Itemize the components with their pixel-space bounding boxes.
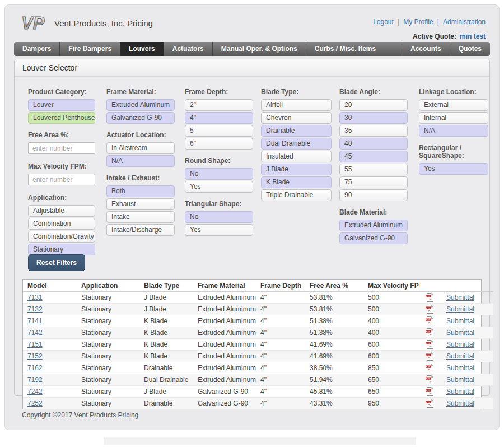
cell-free-area: 45.81% <box>305 386 363 398</box>
filter-option-90[interactable]: 90 <box>339 189 408 201</box>
nav-tab-accounts[interactable]: Accounts <box>402 42 450 56</box>
pdf-file-icon[interactable] <box>426 364 433 372</box>
pdf-file-icon[interactable] <box>426 316 433 325</box>
model-link[interactable]: 7142 <box>27 329 43 337</box>
nav-tab-quotes[interactable]: Quotes <box>450 42 490 56</box>
filter-option-n-a[interactable]: N/A <box>106 155 175 167</box>
filter-option-45[interactable]: 45 <box>339 151 408 162</box>
submittal-link[interactable]: Submittal <box>446 388 474 395</box>
filter-option-external[interactable]: External <box>419 99 488 111</box>
app-window: VP Vent Products, Inc. Pricing Logout|My… <box>4 4 500 430</box>
my-profile-link[interactable]: My Profile <box>403 18 433 26</box>
pdf-file-icon[interactable] <box>426 340 433 349</box>
filter-option-2[interactable]: 2" <box>185 99 253 111</box>
reset-filters-button[interactable]: Reset Filters <box>28 254 85 271</box>
filter-option-extruded-aluminum[interactable]: Extruded Aluminum <box>106 99 175 111</box>
filter-option-stationary[interactable]: Stationary <box>28 244 95 255</box>
pdf-file-icon[interactable] <box>426 387 433 396</box>
model-link[interactable]: 7132 <box>27 305 43 313</box>
pdf-file-icon[interactable] <box>426 399 433 408</box>
filter-option-75[interactable]: 75 <box>339 176 408 188</box>
submittal-link[interactable]: Submittal <box>446 317 474 325</box>
filter-option-drainable[interactable]: Drainable <box>261 125 332 137</box>
model-link[interactable]: 7152 <box>27 352 43 360</box>
filter-option-galvanized-g-90[interactable]: Galvanized G-90 <box>106 112 175 124</box>
submittal-link[interactable]: Submittal <box>446 294 474 301</box>
submittal-link[interactable]: Submittal <box>446 305 474 313</box>
filter-option-triple-drainable[interactable]: Triple Drainable <box>261 189 332 201</box>
pdf-file-icon[interactable] <box>426 352 433 361</box>
filter-option-intake[interactable]: Intake <box>106 211 175 223</box>
filter-option-dual-drainable[interactable]: Dual Drainable <box>261 138 332 150</box>
cell-free-area: 51.94% <box>305 374 363 386</box>
nav-tab-louvers[interactable]: Louvers <box>120 42 164 56</box>
filter-option-no[interactable]: No <box>185 211 253 223</box>
filter-option-30[interactable]: 30 <box>339 112 408 124</box>
filter-option-exhaust[interactable]: Exhaust <box>106 198 175 210</box>
filter-option-in-airstream[interactable]: In Airstream <box>106 142 175 154</box>
nav-tab-actuators[interactable]: Actuators <box>164 42 212 56</box>
nav-tab-dampers[interactable]: Dampers <box>14 42 59 56</box>
filter-option-yes[interactable]: Yes <box>419 163 488 175</box>
filter-option-combination-gravity[interactable]: Combination/Gravity <box>28 231 95 243</box>
filter-option-yes[interactable]: Yes <box>185 224 253 236</box>
pdf-file-icon[interactable] <box>426 375 433 384</box>
submittal-link[interactable]: Submittal <box>446 376 474 384</box>
free-area-input[interactable] <box>28 142 95 154</box>
filter-option-yes[interactable]: Yes <box>185 181 253 193</box>
filter-option-both[interactable]: Both <box>106 185 175 197</box>
filter-option-combination[interactable]: Combination <box>28 218 95 230</box>
pdf-file-icon[interactable] <box>426 328 433 337</box>
filter-option-galvanized-g-90[interactable]: Galvanized G-90 <box>339 232 408 244</box>
filter-option-adjustable[interactable]: Adjustable <box>28 205 95 217</box>
filter-option-55[interactable]: 55 <box>339 164 408 175</box>
submittal-link[interactable]: Submittal <box>446 399 474 407</box>
filter-option-intake-discharge[interactable]: Intake/Discharge <box>106 224 175 236</box>
filter-option-louvered-penthouse[interactable]: Louvered Penthouse <box>28 112 95 124</box>
model-link[interactable]: 7131 <box>27 294 43 301</box>
submittal-link[interactable]: Submittal <box>446 352 474 360</box>
filter-option-4[interactable]: 4" <box>185 112 253 124</box>
cell-frame-material: Extruded Aluminum <box>193 292 256 304</box>
nav-tab-curbs-misc-items[interactable]: Curbs / Misc. Items <box>306 42 384 56</box>
administration-link[interactable]: Administration <box>443 18 486 26</box>
pdf-file-icon[interactable] <box>426 293 433 302</box>
filter-option-k-blade[interactable]: K Blade <box>261 176 332 188</box>
filter-option-louver[interactable]: Louver <box>28 99 95 111</box>
filter-group-label: Blade Material: <box>339 208 408 216</box>
model-link[interactable]: 7242 <box>27 388 43 395</box>
model-link[interactable]: 7252 <box>27 399 43 407</box>
col-header-frame-depth: Frame Depth <box>256 280 305 292</box>
filter-option-35[interactable]: 35 <box>339 125 408 137</box>
cell-free-area: 41.69% <box>305 339 363 351</box>
model-link[interactable]: 7141 <box>27 317 43 325</box>
filter-group-label: Blade Angle: <box>339 88 408 96</box>
active-quote-link[interactable]: min test <box>460 32 486 40</box>
filter-option-n-a[interactable]: N/A <box>419 125 488 137</box>
filter-option-5[interactable]: 5 <box>185 125 253 137</box>
pdf-file-icon[interactable] <box>426 305 433 314</box>
filter-option-40[interactable]: 40 <box>339 138 408 150</box>
filter-option-20[interactable]: 20 <box>339 99 408 111</box>
nav-tab-fire-dampers[interactable]: Fire Dampers <box>59 42 120 56</box>
filter-option-internal[interactable]: Internal <box>419 112 488 124</box>
nav-tab-manual-oper-options[interactable]: Manual Oper. & Options <box>212 42 306 56</box>
filter-option-insulated[interactable]: Insulated <box>261 151 332 162</box>
filter-option-chevron[interactable]: Chevron <box>261 112 332 124</box>
logout-link[interactable]: Logout <box>373 18 394 26</box>
submittal-link[interactable]: Submittal <box>446 329 474 337</box>
cell-application: Stationary <box>77 398 139 409</box>
filter-option-airfoil[interactable]: Airfoil <box>261 99 332 111</box>
max-velocity-fpm-input[interactable] <box>28 174 95 185</box>
filter-option-no[interactable]: No <box>185 168 253 180</box>
model-link[interactable]: 7162 <box>27 364 43 372</box>
filter-group-actuator-location: Actuator Location:In AirstreamN/A <box>106 131 175 167</box>
model-link[interactable]: 7151 <box>27 341 43 348</box>
filter-option-j-blade[interactable]: J Blade <box>261 164 332 175</box>
submittal-link[interactable]: Submittal <box>446 341 474 348</box>
submittal-link[interactable]: Submittal <box>446 364 474 372</box>
model-link[interactable]: 7192 <box>27 376 43 384</box>
filter-option-extruded-aluminum[interactable]: Extruded Aluminum <box>339 220 408 231</box>
cell-blade-type: K Blade <box>139 351 193 362</box>
filter-option-6[interactable]: 6" <box>185 138 253 150</box>
